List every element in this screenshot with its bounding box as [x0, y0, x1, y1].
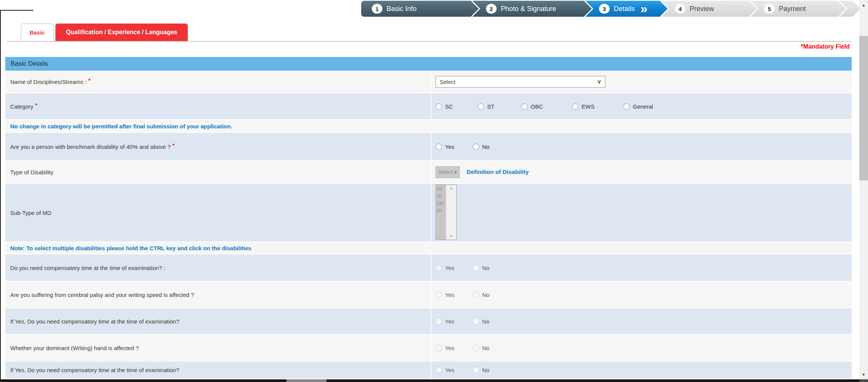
vertical-scrollbar[interactable]: ▲ ▼ [859, 0, 868, 379]
stepper-step-basic-info[interactable]: 1 Basic Info [361, 1, 479, 17]
field-label: Name of Disciplines/Streams : * [5, 71, 431, 93]
radio-option-obc[interactable]: OBC [521, 103, 572, 110]
field-label: If Yes, Do you need compensatory time at… [5, 361, 431, 379]
row-category: Category * SC ST OBC EWS [5, 93, 852, 120]
radio-label: Yes [445, 292, 454, 298]
radio-label: No [482, 265, 489, 271]
radio-option-sc[interactable]: SC [436, 103, 478, 110]
radio-label: Yes [445, 144, 454, 150]
radio-option-ews[interactable]: EWS [572, 103, 623, 110]
section-title: Basic Details [11, 60, 48, 68]
step-number-badge: 1 [372, 4, 382, 14]
radio-label: No [482, 144, 489, 150]
row-disciplines: Name of Disciplines/Streams : * Select ∨ [5, 71, 852, 93]
radio-label: No [482, 367, 489, 373]
field-label-text: If Yes, Do you need compensatory time at… [10, 367, 179, 373]
step-number-badge: 5 [764, 4, 775, 14]
radio-icon [473, 292, 479, 298]
row-md-subtype: Sub-Type of MD HI VI OC ID ▲ ▼ [5, 184, 852, 242]
stepper-step-payment[interactable]: 5 Payment [750, 1, 846, 17]
step-label: Basic Info [387, 5, 417, 13]
radio-icon[interactable] [436, 103, 442, 110]
row-cerebral-palsy: Are you suffering from cerebral palsy an… [5, 282, 852, 308]
radio-label: SC [445, 103, 453, 110]
field-label: Are you a person with benchmark disabili… [5, 133, 431, 160]
radio-option-yes-disabled: Yes [436, 265, 473, 271]
scrollbar-corner [859, 379, 868, 382]
tab-qualification-experience-languages[interactable]: Qualification / Experience / Languages [55, 24, 188, 41]
listbox-option: ID [437, 207, 446, 215]
scroll-down-icon[interactable]: ▼ [859, 369, 868, 379]
radio-option-st[interactable]: ST [478, 103, 521, 110]
category-change-note: No change in category will be permitted … [5, 120, 852, 133]
radio-option-general[interactable]: General [623, 103, 653, 110]
radio-option-yes-disabled: Yes [436, 367, 473, 373]
radio-icon [436, 345, 442, 351]
radio-icon [473, 265, 479, 271]
radio-icon[interactable] [623, 103, 630, 110]
row-benchmark-disability: Are you a person with benchmark disabili… [5, 133, 852, 161]
radio-option-no-disabled: No [473, 318, 510, 325]
radio-icon[interactable] [473, 144, 479, 150]
radio-icon[interactable] [521, 103, 528, 110]
horizontal-scrollbar[interactable] [0, 379, 859, 382]
row-if-yes-compensatory-2: If Yes, Do you need compensatory time at… [5, 361, 852, 379]
disciplines-select[interactable]: Select ∨ [436, 76, 605, 88]
horizontal-scrollbar-thumb[interactable] [286, 379, 327, 382]
required-asterisk: * [173, 142, 175, 148]
radio-option-no-disabled: No [473, 292, 510, 298]
listbox-option: OC [437, 200, 446, 207]
double-arrow-icon: » [640, 4, 647, 13]
radio-option-yes-disabled: Yes [436, 292, 473, 298]
scroll-up-icon[interactable]: ▲ [859, 0, 868, 10]
disability-type-select: Select ∨ [436, 166, 460, 178]
field-label-text: If Yes, Do you need compensatory time at… [10, 318, 179, 325]
radio-icon [436, 292, 442, 298]
step-number-badge: 3 [599, 4, 610, 14]
field-label-text: Are you a person with benchmark disabili… [10, 144, 171, 150]
radio-label: No [482, 345, 489, 351]
field-label: Type of Disability [5, 161, 431, 183]
tab-basic[interactable]: Basic [21, 24, 53, 41]
step-label: Photo & Signature [501, 5, 556, 13]
stepper-step-details-active[interactable]: 3 Details » [585, 1, 668, 17]
radio-icon [436, 367, 442, 373]
chevron-down-icon: ∨ [597, 78, 601, 85]
radio-icon[interactable] [572, 103, 579, 110]
listbox-scrollbar: ▲ ▼ [446, 185, 456, 240]
radio-icon[interactable] [436, 144, 442, 150]
step-number-badge: 2 [486, 4, 497, 14]
scroll-up-icon: ▲ [450, 186, 453, 190]
field-label-text: Do you need compensatory time at the tim… [10, 265, 165, 271]
radio-label: EWS [582, 103, 594, 110]
listbox-options: HI VI OC ID [436, 185, 446, 240]
application-form-page: 1 Basic Info 2 Photo & Signature 3 Detai… [0, 0, 868, 382]
radio-option-no[interactable]: No [473, 144, 510, 150]
multi-select-note: Note: To select multiple disabilities pl… [5, 242, 852, 254]
field-label-text: Name of Disciplines/Streams : [10, 79, 86, 85]
field-label-text: Whether your dominant (Writing) hand is … [10, 345, 139, 351]
definition-of-disability-link[interactable]: Definition of Disability [467, 169, 529, 175]
radio-icon [473, 345, 479, 351]
field-label: Whether your dominant (Writing) hand is … [5, 335, 431, 361]
radio-label: No [482, 292, 489, 298]
radio-option-no-disabled: No [473, 265, 510, 271]
row-compensatory-time: Do you need compensatory time at the tim… [5, 254, 852, 282]
radio-label: General [633, 103, 653, 110]
scroll-down-icon: ▼ [450, 235, 453, 238]
select-value: Select [440, 79, 456, 85]
radio-icon [436, 318, 442, 325]
stepper-step-preview[interactable]: 4 Preview [661, 1, 757, 17]
radio-icon [473, 367, 479, 373]
radio-label: No [482, 318, 489, 325]
row-disability-type: Type of Disability Select ∨ Definition o… [5, 161, 852, 184]
radio-label: Yes [445, 367, 454, 373]
radio-label: ST [487, 103, 494, 110]
md-subtype-listbox: HI VI OC ID ▲ ▼ [436, 185, 457, 240]
tab-underline [7, 41, 852, 42]
stepper-step-photo-signature[interactable]: 2 Photo & Signature [472, 1, 592, 17]
vertical-scrollbar-thumb[interactable] [859, 36, 868, 180]
radio-icon[interactable] [478, 103, 484, 110]
form-tabs: Basic Qualification / Experience / Langu… [21, 24, 188, 41]
radio-option-yes[interactable]: Yes [436, 144, 473, 150]
